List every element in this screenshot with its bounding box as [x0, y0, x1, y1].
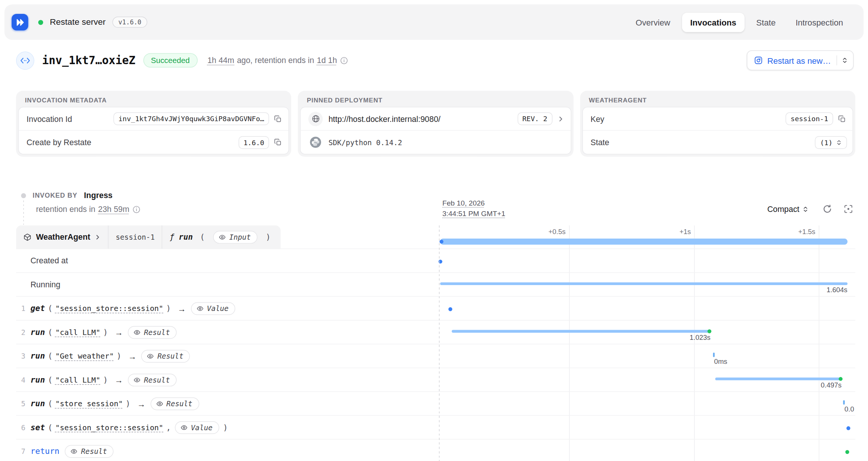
restart-icon [754, 56, 763, 65]
trace-row: Running1.604s [16, 273, 855, 297]
entry-keyword: return [30, 447, 59, 456]
span-bar[interactable] [440, 282, 847, 285]
deployment-chevron-right-icon[interactable] [556, 114, 565, 123]
copy-icon[interactable] [837, 114, 847, 124]
meta-mid-text: ago, retention ends in [237, 56, 314, 65]
state-expander[interactable]: (1) [815, 136, 847, 149]
invoked-by-label: INVOKED BY [33, 192, 77, 200]
nav-invocations[interactable]: Invocations [682, 12, 745, 32]
restart-label: Restart as new… [767, 56, 831, 65]
invocation-span-bar[interactable] [440, 239, 847, 245]
entry-arg[interactable]: "store session" [55, 399, 123, 408]
copy-icon[interactable] [273, 137, 283, 147]
event-dot [847, 426, 850, 430]
timeline-divider [439, 225, 439, 461]
card-title: PINNED DEPLOYMENT [300, 93, 571, 107]
trace-table: +0.5s+1s+1.5sWeatherAgentsession-1ƒrun(I… [16, 225, 855, 461]
value-pill[interactable]: Value [191, 302, 235, 315]
retention-text[interactable]: 1d 1h [317, 56, 337, 65]
trace-row: 5run("store session")→Result0.0 [16, 392, 855, 416]
deployment-endpoint: http://host.docker.internal:9080/ [329, 114, 441, 123]
restart-as-new-button[interactable]: Restart as new… [747, 50, 854, 70]
revision-badge: REV. 2 [517, 113, 552, 125]
result-pill[interactable]: Result [141, 350, 190, 362]
event-dot [845, 450, 849, 454]
eye-icon [180, 424, 188, 431]
trace-date[interactable]: Feb 10, 2026 [442, 198, 505, 208]
invocation-type-icon [16, 51, 35, 70]
duration-label: 1.604s [827, 286, 847, 294]
agent-name: WeatherAgent [36, 233, 90, 242]
result-pill[interactable]: Result [128, 373, 177, 386]
nav-introspection[interactable]: Introspection [787, 12, 851, 32]
entry-keyword: get [30, 304, 45, 313]
entry-arg[interactable]: "call LLM" [55, 375, 100, 384]
eye-icon [147, 352, 154, 359]
lifecycle-label: Created at [30, 256, 68, 265]
info-icon[interactable] [132, 205, 140, 213]
info-icon[interactable] [340, 56, 348, 65]
trace-row: 7returnResult [16, 440, 855, 461]
arrow-icon: → [114, 375, 123, 384]
span-bar[interactable] [715, 377, 841, 380]
nav-state[interactable]: State [748, 12, 784, 32]
trace-row: 3run("Get weather")→Result0ms [16, 344, 855, 368]
retention-countdown[interactable]: 23h 59m [98, 205, 129, 214]
span-bar[interactable] [452, 330, 710, 333]
entry-keyword: run [30, 399, 45, 408]
chevron-right-icon [95, 234, 101, 240]
result-pill[interactable]: Result [65, 445, 114, 458]
invocation-id-title: inv_1kt7…oxieZ [42, 54, 135, 67]
span-end-dot [839, 377, 842, 381]
density-select[interactable]: Compact [764, 204, 812, 214]
arrow-icon: → [114, 327, 123, 337]
trace-row: 4run("call LLM")→Result0.497s [16, 368, 855, 392]
entry-arg[interactable]: "Get weather" [55, 351, 114, 360]
eye-icon [156, 400, 163, 407]
eye-icon [134, 329, 141, 336]
event-tick [713, 353, 715, 357]
trace-time[interactable]: 3:44:51 PM GMT+1 [442, 208, 505, 219]
trace-start-timestamp: Feb 10, 2026 3:44:51 PM GMT+1 [442, 198, 505, 219]
input-pill[interactable]: Input [213, 231, 257, 243]
age-text[interactable]: 1h 44m [207, 56, 234, 65]
entry-index: 2 [18, 328, 26, 336]
deployment-sdk-row: SDK/python 0.14.2 [301, 131, 571, 154]
state-count: (1) [820, 138, 832, 146]
entry-keyword: set [30, 423, 45, 432]
invocation-id-value: inv_1kt7Gh4vJWjY0quwk3GiP8avDGVNFo… [113, 113, 269, 125]
card-title: INVOCATION METADATA [18, 93, 289, 107]
restate-logo-icon[interactable] [12, 14, 28, 30]
card-weatheragent: WEATHERAGENT Key session-1 State [580, 91, 855, 157]
trace-header-row: WeatherAgentsession-1ƒrun(Input) [16, 225, 855, 249]
result-pill[interactable]: Result [128, 326, 177, 339]
refresh-icon[interactable] [821, 203, 833, 215]
agent-key-value: session-1 [786, 113, 833, 125]
chevron-up-down-icon [836, 139, 842, 145]
duration-label: 0.0 [844, 405, 854, 413]
entry-arg[interactable]: "session_store::session" [55, 423, 163, 432]
handler-call-segment: ƒrun(Input) [162, 225, 281, 249]
handler-name: run [179, 233, 193, 242]
eye-icon [71, 447, 78, 455]
entry-arg[interactable]: "session_store::session" [55, 304, 163, 313]
value-pill[interactable]: Value [175, 421, 219, 434]
lifecycle-label: Running [30, 280, 60, 289]
entry-arg[interactable]: "call LLM" [55, 328, 100, 337]
nav-overview[interactable]: Overview [627, 12, 679, 32]
agent-breadcrumb[interactable]: WeatherAgent [16, 225, 109, 249]
status-badge: Succeeded [143, 53, 198, 68]
invoked-by-value: Ingress [84, 191, 113, 200]
invoked-by-section: INVOKED BY Ingress retention ends in 23h… [16, 191, 855, 223]
agent-key-segment[interactable]: session-1 [108, 225, 162, 249]
zoom-to-fit-icon[interactable] [842, 203, 854, 215]
copy-icon[interactable] [273, 114, 283, 124]
invocation-meta-text: 1h 44m ago, retention ends in 1d 1h [207, 56, 348, 65]
span-start-dot [440, 240, 443, 243]
restart-options-chevron-icon[interactable] [841, 57, 848, 64]
result-pill[interactable]: Result [150, 397, 199, 410]
entry-index: 4 [18, 375, 26, 384]
eye-icon [134, 376, 141, 383]
retention-prefix: retention ends in [36, 205, 95, 214]
main-nav: OverviewInvocationsStateIntrospection [627, 12, 851, 32]
